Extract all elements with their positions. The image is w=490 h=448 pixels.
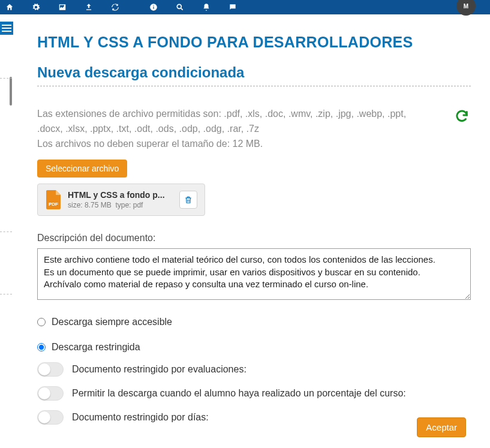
gear-icon[interactable]: [31, 2, 41, 12]
accept-button[interactable]: Aceptar: [417, 417, 466, 437]
radio-row-restricted[interactable]: Descarga restringida: [37, 342, 471, 353]
toggle-row-evaluations: Documento restringido por evaluaciones:: [37, 362, 471, 377]
toggle-row-days: Documento restringido por días:: [37, 410, 471, 425]
sidebar-divider: [0, 78, 12, 79]
description-textarea[interactable]: [37, 248, 471, 300]
file-name: HTML y CSS a fondo p...: [68, 190, 173, 200]
description-label: Descripción del documento:: [37, 233, 471, 243]
pdf-icon: PDF: [45, 190, 62, 209]
help-line-extensions: Las extensiones de archivo permitidas so…: [37, 107, 433, 137]
radio-restricted[interactable]: [37, 343, 46, 351]
avatar-initials: M: [464, 3, 468, 10]
select-file-button[interactable]: Seleccionar archivo: [37, 160, 127, 178]
svg-point-3: [177, 4, 181, 8]
uploaded-file-card: PDF HTML y CSS a fondo p... size: 8.75 M…: [37, 184, 205, 216]
file-size: size: 8.75 MB: [68, 201, 112, 209]
home-icon[interactable]: [5, 2, 14, 12]
toggle-percent-label: Permitir la descarga cuando el alumno ha…: [72, 388, 406, 399]
svg-rect-2: [153, 5, 154, 6]
svg-text:PDF: PDF: [49, 202, 58, 207]
sidebar-divider: [0, 294, 12, 294]
radio-row-always[interactable]: Descarga siempre accesible: [37, 317, 471, 327]
toggle-by-evaluations[interactable]: [37, 362, 64, 377]
help-text: Las extensiones de archivo permitidas so…: [37, 107, 433, 151]
upload-icon[interactable]: [84, 2, 94, 12]
toggle-evals-label: Documento restringido por evaluaciones:: [72, 364, 246, 375]
main-content: HTML Y CSS A FONDO PARA DESARROLLADORES …: [37, 34, 471, 425]
toggle-row-percentage: Permitir la descarga cuando el alumno ha…: [37, 386, 471, 401]
delete-file-button[interactable]: [179, 191, 197, 209]
toggle-days-label: Documento restringido por días:: [72, 412, 209, 423]
scrollbar-thumb[interactable]: [10, 77, 12, 106]
undo-icon[interactable]: [456, 109, 469, 127]
image-icon[interactable]: [58, 2, 67, 12]
radio-restricted-label: Descarga restringida: [52, 342, 140, 353]
search-icon[interactable]: [175, 2, 185, 12]
info-icon[interactable]: [149, 2, 158, 12]
bell-icon[interactable]: [202, 2, 211, 12]
file-meta: size: 8.75 MB type: pdf: [68, 201, 173, 209]
page-title: HTML Y CSS A FONDO PARA DESARROLLADORES: [37, 34, 471, 51]
avatar[interactable]: M: [456, 0, 476, 16]
help-line-size: Los archivos no deben superar el tamaño …: [37, 137, 433, 152]
file-info: HTML y CSS a fondo p... size: 8.75 MB ty…: [68, 190, 173, 209]
file-type: type: pdf: [115, 201, 143, 209]
toggle-by-days[interactable]: [37, 410, 64, 425]
svg-rect-1: [153, 7, 154, 9]
radio-always-label: Descarga siempre accesible: [52, 317, 172, 327]
chat-icon[interactable]: [228, 2, 238, 12]
toggle-by-percentage[interactable]: [37, 386, 64, 401]
section-divider: [37, 86, 471, 86]
top-navbar: M: [0, 0, 490, 14]
refresh-icon[interactable]: [110, 2, 120, 12]
sidebar-divider: [0, 231, 12, 232]
hamburger-menu-button[interactable]: [0, 22, 13, 35]
section-title: Nueva descarga condicionada: [37, 64, 471, 81]
radio-always-accessible[interactable]: [37, 318, 46, 326]
